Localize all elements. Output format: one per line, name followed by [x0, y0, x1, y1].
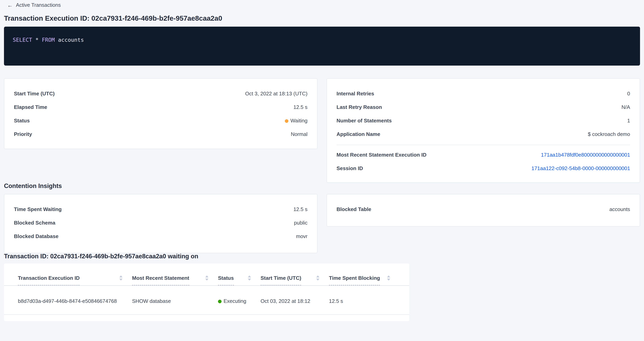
sort-carets-icon[interactable]: [387, 275, 390, 281]
row-value: Normal: [291, 130, 308, 138]
status-dot-icon: [285, 119, 288, 123]
column-header-label: Most Recent Statement: [132, 274, 189, 285]
status-value: Waiting: [285, 117, 308, 125]
sql-statement-box: SELECT * FROM accounts: [4, 27, 640, 65]
column-header-label: Transaction Execution ID: [18, 274, 80, 285]
waiting-on-heading: Transaction ID: 02ca7931-f246-469b-b2fe-…: [4, 253, 640, 260]
column-header-start-time[interactable]: Start Time (UTC): [260, 274, 329, 285]
row-value: public: [294, 219, 308, 227]
cell-status: Executing: [218, 297, 260, 305]
row-label: Priority: [14, 130, 32, 138]
statement-execution-id-link[interactable]: 171aa1b478fdf0e80000000000000001: [541, 151, 630, 159]
sort-carets-icon[interactable]: [316, 275, 320, 281]
sql-statement: SELECT * FROM accounts: [13, 36, 631, 43]
row-label: Elapsed Time: [14, 103, 47, 111]
row-value: 0: [627, 90, 630, 98]
details-row-last-retry-reason: Last Retry Reason N/A: [336, 103, 630, 111]
contention-waiting-card: Time Spent Waiting 12.5 s Blocked Schema…: [4, 194, 318, 253]
row-value: 12.5 s: [293, 205, 308, 213]
back-link-label: Active Transactions: [16, 2, 61, 8]
transaction-details-card: Internal Retries 0 Last Retry Reason N/A…: [326, 78, 640, 183]
summary-row-priority: Priority Normal: [14, 130, 308, 138]
card-divider: [336, 145, 630, 145]
column-header-label: Start Time (UTC): [260, 274, 301, 285]
arrow-left-icon: ←: [7, 2, 13, 8]
waiting-on-table: Transaction Execution ID Most Recent Sta…: [4, 264, 409, 321]
row-value: N/A: [622, 103, 630, 111]
row-label: Last Retry Reason: [336, 103, 382, 111]
sql-table-name: accounts: [55, 36, 84, 43]
row-value: 12.5 s: [293, 103, 308, 111]
column-header-label: Time Spent Blocking: [329, 274, 380, 285]
table-row: b8d7d03a-d497-446b-8474-e50846674768 SHO…: [4, 286, 409, 315]
summary-row-start-time: Start Time (UTC) Oct 3, 2022 at 18:13 (U…: [14, 90, 308, 98]
summary-cards-row: Start Time (UTC) Oct 3, 2022 at 18:13 (U…: [4, 78, 640, 183]
sort-carets-icon[interactable]: [119, 275, 122, 281]
contention-insights-heading: Contention Insights: [4, 183, 640, 189]
sql-star: *: [32, 36, 42, 43]
cell-most-recent-statement: SHOW database: [132, 297, 218, 305]
details-row-statement-execution-id: Most Recent Statement Execution ID 171aa…: [336, 151, 630, 159]
row-label: Application Name: [336, 130, 380, 138]
row-label: Blocked Database: [14, 233, 58, 240]
contention-row-blocked-schema: Blocked Schema public: [14, 219, 308, 227]
sql-keyword-from: FROM: [42, 36, 55, 43]
contention-cards-row: Time Spent Waiting 12.5 s Blocked Schema…: [4, 194, 640, 253]
cell-start-time: Oct 03, 2022 at 18:12: [260, 297, 329, 305]
row-value: $ cockroach demo: [588, 130, 630, 138]
row-label: Time Spent Waiting: [14, 205, 62, 213]
details-row-number-of-statements: Number of Statements 1: [336, 117, 630, 125]
cell-transaction-execution-id: b8d7d03a-d497-446b-8474-e50846674768: [18, 297, 132, 305]
row-label: Blocked Schema: [14, 219, 55, 227]
column-header-transaction-execution-id[interactable]: Transaction Execution ID: [18, 274, 132, 285]
column-header-label: Status: [218, 274, 234, 285]
contention-row-blocked-table: Blocked Table accounts: [336, 205, 630, 213]
session-id-link[interactable]: 171aa122-c092-54b8-0000-000000000001: [532, 165, 630, 172]
details-row-internal-retries: Internal Retries 0: [336, 90, 630, 98]
row-label: Number of Statements: [336, 117, 392, 125]
column-header-time-spent-blocking[interactable]: Time Spent Blocking: [329, 274, 400, 285]
row-label: Start Time (UTC): [14, 90, 55, 98]
table-header-row: Transaction Execution ID Most Recent Sta…: [4, 264, 409, 286]
summary-row-status: Status Waiting: [14, 117, 308, 125]
contention-blocked-table-card: Blocked Table accounts: [326, 194, 640, 227]
row-value: 1: [627, 117, 630, 125]
summary-row-elapsed-time: Elapsed Time 12.5 s: [14, 103, 308, 111]
column-header-most-recent-statement[interactable]: Most Recent Statement: [132, 274, 218, 285]
contention-row-blocked-database: Blocked Database movr: [14, 233, 308, 240]
details-row-session-id: Session ID 171aa122-c092-54b8-0000-00000…: [336, 165, 630, 172]
column-header-status[interactable]: Status: [218, 274, 260, 285]
status-text: Waiting: [290, 117, 308, 125]
row-label: Most Recent Statement Execution ID: [336, 151, 426, 159]
row-label: Session ID: [336, 165, 363, 172]
status-dot-icon: [218, 300, 222, 303]
row-value: movr: [296, 233, 308, 240]
sql-keyword-select: SELECT: [13, 36, 32, 43]
page-title: Transaction Execution ID: 02ca7931-f246-…: [4, 15, 640, 22]
status-text: Executing: [224, 297, 246, 305]
row-label: Internal Retries: [336, 90, 374, 98]
row-label: Blocked Table: [336, 205, 371, 213]
row-label: Status: [14, 117, 30, 125]
sort-carets-icon[interactable]: [248, 275, 251, 281]
transaction-summary-card: Start Time (UTC) Oct 3, 2022 at 18:13 (U…: [4, 78, 318, 149]
active-transaction-details-page: ← Active Transactions Transaction Execut…: [0, 0, 644, 341]
details-row-application-name: Application Name $ cockroach demo: [336, 130, 630, 138]
sort-carets-icon[interactable]: [205, 275, 208, 281]
cell-time-spent-blocking: 12.5 s: [329, 297, 400, 305]
back-link[interactable]: ← Active Transactions: [7, 2, 61, 8]
contention-row-time-spent-waiting: Time Spent Waiting 12.5 s: [14, 205, 308, 213]
row-value: Oct 3, 2022 at 18:13 (UTC): [245, 90, 308, 98]
row-value: accounts: [610, 205, 630, 213]
